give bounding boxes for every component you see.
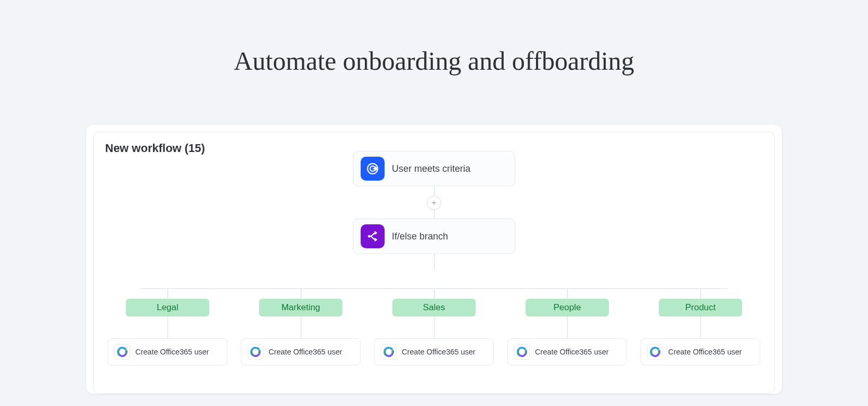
connector-line [567, 316, 568, 338]
action-node[interactable]: Create Office365 user [374, 338, 494, 365]
connector-line [700, 316, 701, 338]
connector-line [301, 316, 301, 338]
office365-icon [647, 344, 663, 360]
connector-line [168, 316, 168, 338]
branch-tag-legal[interactable]: Legal [126, 299, 209, 316]
action-label: Create Office365 user [668, 348, 742, 356]
action-label: Create Office365 user [535, 348, 609, 356]
connector-line [434, 316, 435, 338]
action-label: Create Office365 user [135, 348, 209, 356]
page-title: Automate onboarding and offboarding [234, 46, 634, 76]
branch-column: Product Create Office365 user [640, 289, 761, 365]
action-node[interactable]: Create Office365 user [241, 338, 361, 365]
action-node[interactable]: Create Office365 user [108, 338, 227, 365]
connector-line [434, 254, 435, 270]
branch-label: If/else branch [392, 231, 448, 242]
workflow-canvas-inner: New workflow (15) User meets criteria [93, 132, 775, 394]
action-label: Create Office365 user [269, 348, 342, 356]
action-node[interactable]: Create Office365 user [507, 338, 627, 365]
plus-icon: + [431, 199, 436, 207]
branch-icon [361, 224, 385, 248]
connector-line [434, 210, 435, 219]
branch-column: Legal Create Office365 user [107, 289, 228, 365]
trigger-label: User meets criteria [392, 163, 470, 174]
branch-tag-sales[interactable]: Sales [392, 299, 476, 316]
target-icon [361, 157, 385, 181]
branch-tag-product[interactable]: Product [659, 299, 742, 316]
flow-column: User meets criteria + [351, 151, 517, 270]
action-label: Create Office365 user [402, 348, 476, 356]
branch-column: Sales Create Office365 user [374, 289, 494, 365]
branch-tag-people[interactable]: People [526, 299, 609, 316]
office365-icon [381, 344, 397, 360]
connector-line [434, 186, 435, 196]
office365-icon [514, 344, 530, 360]
action-node[interactable]: Create Office365 user [641, 338, 760, 365]
branch-column: People Create Office365 user [507, 289, 628, 365]
branch-tag-marketing[interactable]: Marketing [259, 299, 342, 316]
add-step-button[interactable]: + [427, 196, 441, 210]
branch-column: Marketing Create Office365 user [240, 289, 361, 365]
branch-node[interactable]: If/else branch [353, 219, 515, 254]
branch-container: Legal Create Office365 user Marketing Cr… [94, 288, 774, 365]
workflow-canvas: New workflow (15) User meets criteria [85, 124, 783, 395]
trigger-node[interactable]: User meets criteria [353, 151, 515, 186]
office365-icon [114, 344, 130, 360]
office365-icon [248, 344, 263, 360]
